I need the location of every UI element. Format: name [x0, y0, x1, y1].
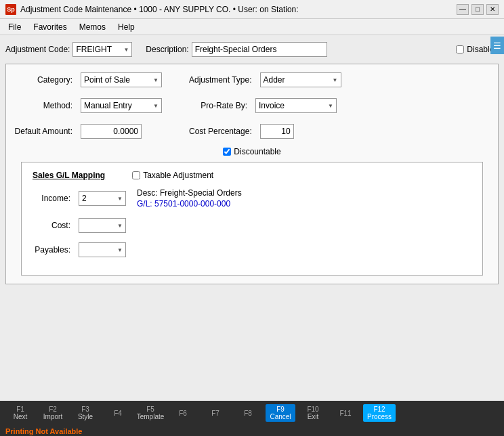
- income-desc-block: Desc: Freight-Special Orders G/L: 57501-…: [131, 188, 242, 209]
- description-label: Description:: [146, 45, 188, 54]
- fkey-f12[interactable]: F12 Process: [363, 404, 396, 422]
- sidebar-toggle-button[interactable]: ☰: [490, 37, 504, 54]
- adjustment-code-dropdown-arrow[interactable]: ▼: [123, 47, 129, 53]
- footer: F1 Next F2 Import F3 Style F4 F5 Templat…: [0, 401, 504, 436]
- income-desc: Desc: Freight-Special Orders: [137, 188, 242, 198]
- income-select[interactable]: 2 ▼: [79, 191, 126, 206]
- pro-rate-dropdown-arrow: ▼: [328, 103, 333, 109]
- fkey-f9[interactable]: F9 Cancel: [266, 404, 295, 422]
- menu-memos[interactable]: Memos: [74, 21, 111, 33]
- title-text: Adjustment Code Maintenance • 1000 - ANY…: [20, 5, 299, 14]
- gl-header: Sales G/L Mapping Taxable Adjustment: [33, 171, 471, 180]
- income-value: 2: [82, 194, 87, 203]
- title-bar-left: Sp Adjustment Code Maintenance • 1000 - …: [5, 4, 299, 15]
- fkey-f8[interactable]: F8: [233, 410, 263, 417]
- default-amount-row: Default Amount:: [14, 124, 162, 139]
- taxable-check: Taxable Adjustment: [132, 171, 213, 180]
- menu-bar: File Favorites Memos Help: [0, 19, 504, 35]
- content-area: Adjustment Code: FREIGHT ▼ Description: …: [0, 35, 504, 436]
- cost-percentage-row: Cost Percentage:: [189, 124, 341, 139]
- top-row: Adjustment Code: FREIGHT ▼ Description: …: [5, 39, 499, 60]
- fkey-f4[interactable]: F4: [103, 410, 133, 417]
- adjustment-type-dropdown-arrow: ▼: [333, 77, 338, 83]
- cost-row: Cost: ▼: [33, 218, 471, 233]
- method-row: Method: Manual Entry ▼: [14, 98, 162, 113]
- pro-rate-select[interactable]: Invoice ▼: [255, 98, 337, 113]
- income-row: Income: 2 ▼ Desc: Freight-Special Orders…: [33, 188, 471, 209]
- app-window: Sp Adjustment Code Maintenance • 1000 - …: [0, 0, 504, 436]
- fkey-f1[interactable]: F1 Next: [5, 406, 35, 420]
- gl-title: Sales G/L Mapping: [33, 171, 105, 180]
- discountable-checkbox[interactable]: [223, 148, 231, 156]
- cost-dropdown-arrow: ▼: [117, 223, 123, 229]
- pro-rate-row: Pro-Rate By: Invoice ▼: [189, 98, 341, 113]
- fkey-f7[interactable]: F7: [201, 410, 230, 417]
- fkey-f5[interactable]: F5 Template: [135, 406, 165, 420]
- discountable-label: Discountable: [234, 147, 280, 156]
- footer-bottom: Printing Not Available: [0, 425, 504, 436]
- pro-rate-label: Pro-Rate By:: [189, 101, 250, 110]
- disabled-checkbox[interactable]: [456, 45, 464, 53]
- adjustment-type-label: Adjustment Type:: [189, 75, 255, 85]
- fkey-f10[interactable]: F10 Exit: [298, 406, 328, 420]
- taxable-adjustment-label: Taxable Adjustment: [143, 171, 213, 180]
- income-gl: G/L: 57501-0000-000-000: [137, 199, 242, 209]
- close-button[interactable]: ✕: [486, 4, 499, 15]
- fkey-f3[interactable]: F3 Style: [70, 406, 100, 420]
- discountable-row: Discountable: [14, 147, 490, 156]
- fkey-f6[interactable]: F6: [168, 410, 198, 417]
- function-keys: F1 Next F2 Import F3 Style F4 F5 Templat…: [0, 401, 504, 425]
- adjustment-code-label: Adjustment Code:: [5, 45, 70, 54]
- pro-rate-value: Invoice: [259, 101, 285, 110]
- cost-percentage-input[interactable]: [260, 124, 294, 139]
- menu-file[interactable]: File: [3, 21, 26, 33]
- default-amount-input[interactable]: [81, 124, 142, 139]
- default-amount-label: Default Amount:: [14, 127, 75, 136]
- method-label: Method:: [14, 101, 75, 110]
- minimize-button[interactable]: —: [457, 4, 469, 15]
- sidebar-icon: ☰: [493, 41, 501, 51]
- method-dropdown-arrow: ▼: [153, 103, 159, 109]
- adjustment-type-value: Adder: [264, 75, 285, 85]
- cost-percentage-label: Cost Percentage:: [189, 127, 255, 136]
- adjustment-type-select[interactable]: Adder ▼: [260, 72, 341, 87]
- description-input[interactable]: [192, 42, 327, 57]
- maximize-button[interactable]: □: [471, 4, 484, 15]
- category-select[interactable]: Point of Sale ▼: [81, 72, 162, 87]
- payables-select[interactable]: ▼: [79, 242, 126, 257]
- print-warning: Printing Not Available: [5, 427, 82, 435]
- form-panel: Category: Point of Sale ▼ Method: Manual…: [5, 64, 499, 284]
- gl-panel: Sales G/L Mapping Taxable Adjustment Inc…: [21, 162, 483, 276]
- adjustment-type-row: Adjustment Type: Adder ▼: [189, 72, 341, 87]
- cost-label: Cost:: [33, 221, 73, 230]
- payables-label: Payables:: [33, 245, 73, 255]
- menu-help[interactable]: Help: [112, 21, 140, 33]
- menu-favorites[interactable]: Favorites: [28, 21, 72, 33]
- category-dropdown-arrow: ▼: [153, 77, 159, 83]
- title-bar: Sp Adjustment Code Maintenance • 1000 - …: [0, 0, 504, 19]
- fkey-f2[interactable]: F2 Import: [38, 406, 68, 420]
- method-select[interactable]: Manual Entry ▼: [81, 98, 162, 113]
- cost-select[interactable]: ▼: [79, 218, 126, 233]
- category-row: Category: Point of Sale ▼: [14, 72, 162, 87]
- category-label: Category:: [14, 75, 75, 85]
- income-dropdown-arrow: ▼: [117, 196, 123, 202]
- payables-row: Payables: ▼: [33, 242, 471, 257]
- title-controls: — □ ✕: [457, 4, 499, 15]
- payables-dropdown-arrow: ▼: [117, 247, 123, 253]
- taxable-adjustment-checkbox[interactable]: [132, 171, 140, 179]
- fkey-f11[interactable]: F11: [331, 410, 360, 417]
- category-value: Point of Sale: [84, 75, 130, 85]
- adjustment-code-value: FREIGHT: [76, 45, 123, 54]
- income-label: Income:: [33, 194, 73, 203]
- app-icon: Sp: [5, 4, 16, 15]
- method-value: Manual Entry: [84, 101, 132, 110]
